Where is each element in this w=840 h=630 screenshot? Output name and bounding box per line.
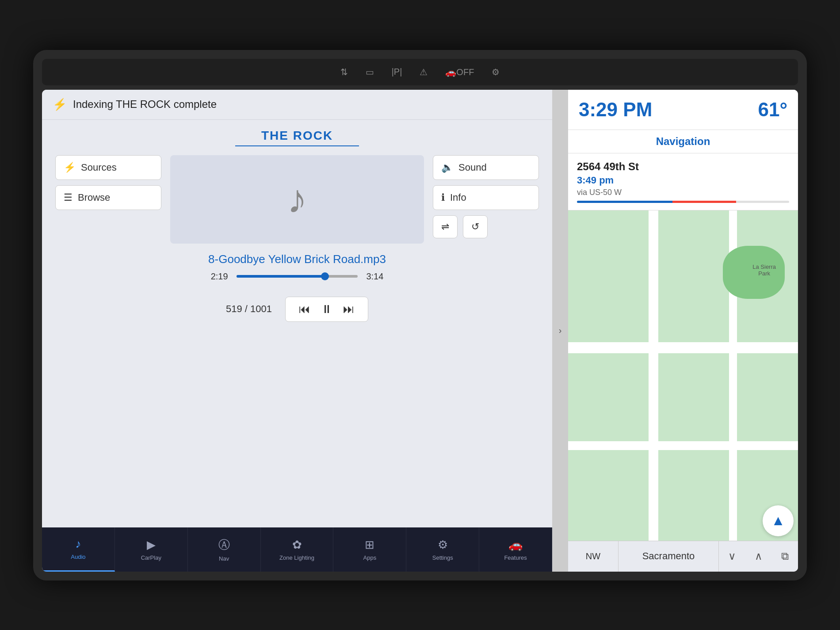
destination-eta: 3:49 pm — [577, 175, 789, 186]
nav-up-button[interactable]: ∧ — [751, 546, 766, 566]
map-road-vertical-1 — [649, 210, 658, 541]
shuffle-repeat-controls: ⇌ ↺ — [433, 215, 539, 238]
route-progress-bar — [577, 201, 789, 203]
map-park-label: La SierraPark — [752, 263, 776, 277]
song-info: 8-Goodbye Yellow Brick Road.mp3 2:19 3:1… — [208, 252, 386, 282]
playback-row: 519 / 1001 ⏮ ⏸ ⏭ — [226, 297, 368, 322]
album-art: ♪ — [170, 155, 424, 244]
nav-item-zone-lighting[interactable]: ✿ Zone Lighting — [261, 527, 334, 572]
apps-nav-label: Apps — [363, 554, 377, 561]
main-content: THE ROCK ⚡ Sources ☰ Browse — [42, 120, 552, 527]
nav-destination-label: Sacramento — [619, 541, 718, 572]
top-icon-warning[interactable]: ⚠ — [420, 67, 428, 77]
nav-bottom-controls: NW Sacramento ∨ ∧ ⧉ — [568, 541, 798, 572]
nav-bottom-right-controls: ∨ ∧ ⧉ — [718, 541, 798, 572]
route-progress-fill — [577, 201, 736, 203]
pause-button[interactable]: ⏸ — [321, 302, 332, 316]
nav-down-button[interactable]: ∨ — [725, 546, 740, 566]
browse-button[interactable]: ☰ Browse — [55, 185, 161, 210]
top-icon-park[interactable]: |P| — [392, 67, 402, 77]
settings-nav-icon: ⚙ — [438, 538, 448, 552]
right-controls: 🔈 Sound ℹ Info ⇌ ↺ — [433, 155, 539, 244]
usb-icon: ⚡ — [53, 98, 67, 111]
top-icon-2[interactable]: ▭ — [366, 67, 374, 77]
nav-item-carplay[interactable]: ▶ CarPlay — [115, 527, 188, 572]
info-button[interactable]: ℹ Info — [433, 185, 539, 210]
usb-sources-icon: ⚡ — [64, 162, 76, 173]
features-nav-label: Features — [504, 554, 527, 561]
nav-item-features[interactable]: 🚗 Features — [479, 527, 552, 572]
nav-title: Navigation — [656, 135, 710, 147]
left-controls: ⚡ Sources ☰ Browse — [55, 155, 161, 244]
prev-track-button[interactable]: ⏮ — [299, 302, 310, 316]
navigation-panel: 3:29 PM 61° Navigation 2564 49th St 3:49… — [568, 90, 798, 572]
apps-nav-icon: ⊞ — [365, 538, 374, 552]
top-icon-1[interactable]: ⇅ — [340, 67, 348, 77]
screen-main: ⚡ Indexing THE ROCK complete THE ROCK ⚡ … — [42, 90, 798, 572]
notification-text: Indexing THE ROCK complete — [73, 98, 217, 111]
compass-button[interactable]: ▲ — [763, 505, 794, 536]
browse-icon: ☰ — [64, 192, 73, 203]
settings-nav-label: Settings — [432, 554, 453, 561]
progress-fill — [237, 275, 325, 278]
info-icon: ℹ — [441, 192, 445, 203]
direction-label: NW — [586, 551, 600, 561]
sound-icon: 🔈 — [441, 162, 453, 173]
map-overlay: ▲ — [573, 505, 794, 536]
map-road-horizontal-1 — [568, 342, 798, 353]
top-icon-rear[interactable]: 🚗OFF — [445, 67, 474, 77]
nav-nav-label: Nav — [219, 555, 229, 562]
destination-route: via US-50 W — [577, 188, 789, 197]
browse-label: Browse — [78, 192, 110, 203]
nav-title-bar: Navigation — [568, 130, 798, 153]
song-title: 8-Goodbye Yellow Brick Road.mp3 — [208, 252, 386, 266]
panel-chevron[interactable]: › — [552, 90, 568, 572]
nav-item-nav[interactable]: Ⓐ Nav — [188, 527, 261, 572]
nav-item-settings[interactable]: ⚙ Settings — [406, 527, 479, 572]
physical-buttons-bar: ⇅ ▭ |P| ⚠ 🚗OFF ⚙ — [42, 59, 798, 85]
top-icon-config[interactable]: ⚙ — [492, 67, 500, 77]
nav-header: 3:29 PM 61° — [568, 90, 798, 130]
nav-direction-indicator: NW — [568, 541, 619, 572]
music-note-icon: ♪ — [287, 176, 307, 222]
repeat-button[interactable]: ↺ — [463, 215, 488, 238]
next-track-button[interactable]: ⏭ — [343, 302, 355, 316]
audio-nav-icon: ♪ — [75, 537, 81, 551]
audio-panel: ⚡ Indexing THE ROCK complete THE ROCK ⚡ … — [42, 90, 552, 572]
carplay-nav-icon: ▶ — [147, 538, 156, 552]
sound-label: Sound — [458, 162, 487, 173]
features-nav-icon: 🚗 — [508, 538, 523, 552]
track-counter: 519 / 1001 — [226, 303, 272, 315]
shuffle-button[interactable]: ⇌ — [433, 215, 458, 238]
station-name: THE ROCK — [235, 129, 359, 146]
zone-lighting-label: Zone Lighting — [279, 554, 314, 561]
destination-card[interactable]: 2564 49th St 3:49 pm via US-50 W — [568, 153, 798, 210]
audio-nav-label: Audio — [71, 554, 85, 560]
progress-bar[interactable] — [237, 275, 358, 278]
destination-city-label: Sacramento — [642, 550, 695, 562]
temperature-display: 61° — [758, 99, 787, 121]
sources-button[interactable]: ⚡ Sources — [55, 155, 161, 180]
notification-bar: ⚡ Indexing THE ROCK complete — [42, 90, 552, 120]
sound-button[interactable]: 🔈 Sound — [433, 155, 539, 180]
bottom-nav: ♪ Audio ▶ CarPlay Ⓐ Nav ✿ Zone Lighting … — [42, 527, 552, 572]
clock-display: 3:29 PM — [579, 99, 652, 121]
current-time: 2:19 — [208, 271, 230, 282]
controls-row: ⚡ Sources ☰ Browse ♪ — [55, 155, 539, 244]
screen-bezel: ⇅ ▭ |P| ⚠ 🚗OFF ⚙ ⚡ Indexing THE ROCK com… — [33, 50, 807, 580]
destination-address: 2564 49th St — [577, 160, 789, 173]
sources-label: Sources — [81, 162, 117, 173]
carplay-nav-label: CarPlay — [141, 554, 161, 561]
total-time: 3:14 — [364, 271, 386, 282]
info-label: Info — [450, 192, 466, 203]
nav-item-audio[interactable]: ♪ Audio — [42, 527, 115, 572]
progress-container: 2:19 3:14 — [208, 271, 386, 282]
map-area[interactable]: La SierraPark ▲ — [568, 210, 798, 541]
playback-controls: ⏮ ⏸ ⏭ — [285, 297, 368, 322]
progress-thumb — [321, 272, 329, 280]
compass-arrow-icon: ▲ — [771, 512, 785, 529]
nav-copy-button[interactable]: ⧉ — [778, 546, 792, 566]
nav-item-apps[interactable]: ⊞ Apps — [333, 527, 406, 572]
zone-lighting-icon: ✿ — [292, 538, 302, 552]
nav-nav-icon: Ⓐ — [218, 537, 230, 553]
